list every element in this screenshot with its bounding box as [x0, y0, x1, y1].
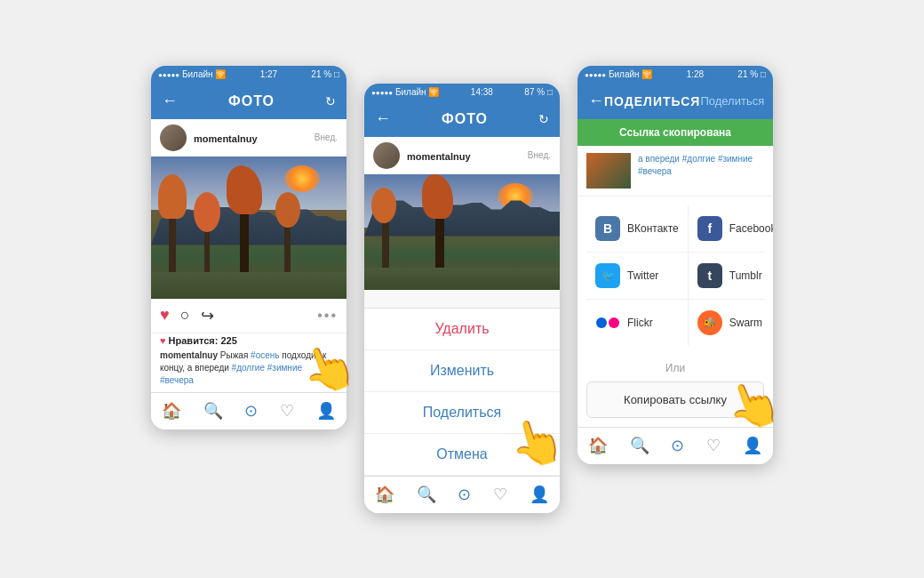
fb-icon: f — [697, 216, 722, 241]
ground-1 — [151, 272, 346, 299]
time-1: 1:27 — [260, 69, 277, 79]
comment-button-1[interactable]: ○ — [180, 306, 190, 325]
signal-carrier-3: ●●●●● Билайн 🛜 — [585, 69, 652, 79]
status-bar-3: ●●●●● Билайн 🛜 1:28 21 % □ — [578, 66, 773, 84]
share-facebook[interactable]: f Facebook — [689, 205, 773, 252]
back-button-2[interactable]: ← — [375, 109, 391, 128]
tree-foliage-4 — [275, 192, 300, 228]
nav-camera-1[interactable]: ⊙ — [244, 401, 258, 421]
vk-label: ВКонтакте — [627, 222, 679, 235]
tw-icon: 🐦 — [595, 263, 620, 288]
menu-spacer-2 — [364, 290, 560, 308]
profile-row-1: momentalnuy Внед. — [151, 119, 346, 157]
username-2[interactable]: momentalnuy — [407, 151, 471, 162]
time-ago-2: Внед. — [528, 150, 551, 160]
back-button-1[interactable]: ← — [162, 92, 178, 110]
refresh-button-1[interactable]: ↻ — [325, 94, 336, 108]
share-label-3[interactable]: Поделиться — [700, 94, 764, 108]
header-title-3: ПОДЕЛИТЬСЯ — [604, 94, 700, 108]
phone2: ●●●●● Билайн 🛜 14:38 87 % □ ← ФОТО ↻ mom — [364, 84, 560, 513]
status-bar-1: ●●●●● Билайн 🛜 1:27 21 % □ — [151, 66, 346, 84]
header-1: ← ФОТО ↻ — [151, 84, 346, 119]
header-2: ← ФОТО ↻ — [364, 101, 560, 137]
phone1-wrapper: ●●●●● Билайн 🛜 1:27 21 % □ ← ФОТО ↻ mome — [151, 66, 346, 429]
nav-home-1[interactable]: 🏠 — [162, 401, 181, 421]
edit-button[interactable]: Изменить — [364, 350, 560, 392]
share-menu-button[interactable]: Поделиться — [364, 392, 560, 434]
copy-banner: Ссылка скопирована — [578, 119, 773, 146]
time-3: 1:28 — [687, 69, 704, 79]
share-swarm[interactable]: 🐝 Swarm — [689, 300, 773, 346]
tu-label: Tumblr — [729, 269, 762, 282]
tu-icon: t — [697, 263, 722, 288]
share-vk[interactable]: В ВКонтакте — [586, 205, 688, 252]
nav-camera-3[interactable]: ⊙ — [671, 436, 684, 455]
status-bar-2: ●●●●● Билайн 🛜 14:38 87 % □ — [364, 84, 560, 101]
fb-label: Facebook — [729, 222, 773, 235]
battery-2: 87 % □ — [524, 87, 553, 97]
cancel-button[interactable]: Отмена — [364, 434, 560, 476]
nav-profile-1[interactable]: 👤 — [316, 401, 336, 421]
actions-row-1: ♥ ○ ↪ ••• — [151, 299, 346, 333]
nav-search-2[interactable]: 🔍 — [417, 485, 436, 504]
nav-profile-2[interactable]: 👤 — [530, 485, 549, 504]
back-button-3[interactable]: ← — [588, 92, 604, 110]
nav-search-3[interactable]: 🔍 — [630, 436, 649, 455]
signal-carrier-2: ●●●●● Билайн 🛜 — [371, 87, 439, 97]
avatar-1 — [160, 124, 187, 151]
nav-camera-2[interactable]: ⊙ — [458, 485, 471, 504]
username-1[interactable]: momentalnuy — [194, 133, 258, 144]
share-preview: а впереди #долгие #зимние #вечера — [578, 146, 773, 197]
phone3-wrapper: ●●●●● Билайн 🛜 1:28 21 % □ ← ПОДЕЛИТЬСЯ … — [578, 66, 773, 464]
sw-icon: 🐝 — [697, 310, 722, 335]
nav-profile-3[interactable]: 👤 — [743, 436, 762, 455]
vk-icon: В — [595, 216, 620, 241]
share-tumblr[interactable]: t Tumblr — [689, 253, 773, 299]
nav-home-3[interactable]: 🏠 — [588, 436, 608, 455]
phone3: ●●●●● Билайн 🛜 1:28 21 % □ ← ПОДЕЛИТЬСЯ … — [578, 66, 773, 464]
header-title-2: ФОТО — [442, 111, 488, 127]
time-2: 14:38 — [471, 87, 493, 97]
share-button-1[interactable]: ↪ — [201, 306, 214, 325]
share-twitter[interactable]: 🐦 Twitter — [586, 253, 688, 299]
sun-1 — [284, 165, 320, 192]
caption-1: momentalnuy Рыжая #осень подходит к конц… — [151, 348, 346, 392]
delete-button[interactable]: Удалить — [364, 309, 560, 350]
avatar-img-1 — [160, 124, 187, 151]
more-button-1[interactable]: ••• — [317, 308, 338, 324]
menu-sheet-2: Удалить Изменить Поделиться Отмена — [364, 308, 560, 476]
photo-1 — [151, 157, 346, 299]
share-flickr[interactable]: Flickr — [586, 300, 688, 346]
fl-icon — [595, 310, 620, 335]
share-thumb — [586, 153, 631, 189]
tw-label: Twitter — [627, 269, 658, 282]
copy-link-button[interactable]: Копировать ссылку — [586, 381, 764, 418]
bottom-nav-3: 🏠 🔍 ⊙ ♡ 👤 — [578, 427, 773, 464]
phone2-wrapper: ●●●●● Билайн 🛜 14:38 87 % □ ← ФОТО ↻ mom — [364, 84, 560, 513]
profile-info-1: momentalnuy — [194, 130, 307, 146]
or-divider: Или — [578, 355, 773, 381]
nav-home-2[interactable]: 🏠 — [375, 485, 394, 504]
refresh-button-2[interactable]: ↻ — [538, 112, 549, 126]
nav-search-1[interactable]: 🔍 — [203, 401, 223, 421]
nav-heart-1[interactable]: ♡ — [280, 401, 294, 421]
battery-1: 21 % □ — [311, 69, 339, 79]
time-ago-1: Внед. — [315, 132, 338, 142]
profile-info-2: momentalnuy — [407, 148, 521, 164]
likes-count-1: Нравится: 225 — [169, 335, 237, 346]
nav-heart-2[interactable]: ♡ — [493, 485, 507, 504]
sw-label: Swarm — [729, 317, 762, 329]
share-preview-text: а впереди #долгие #зимние #вечера — [638, 153, 764, 178]
bottom-nav-1: 🏠 🔍 ⊙ ♡ 👤 — [151, 392, 346, 429]
battery-3: 21 % □ — [737, 69, 766, 79]
likes-row-1: ♥ Нравится: 225 — [151, 333, 346, 348]
share-options-grid: В ВКонтакте f Facebook 🐦 Twitter t Tumbl… — [586, 205, 764, 346]
nav-heart-3[interactable]: ♡ — [706, 436, 721, 455]
like-button-1[interactable]: ♥ — [160, 306, 170, 325]
header-3: ← ПОДЕЛИТЬСЯ Поделиться — [578, 84, 773, 119]
phone1: ●●●●● Билайн 🛜 1:27 21 % □ ← ФОТО ↻ mome — [151, 66, 346, 429]
photo-2 — [364, 174, 560, 290]
profile-row-2: momentalnuy Внед. — [364, 137, 560, 174]
header-title-1: ФОТО — [228, 93, 275, 109]
tree-foliage-2 — [194, 192, 220, 232]
